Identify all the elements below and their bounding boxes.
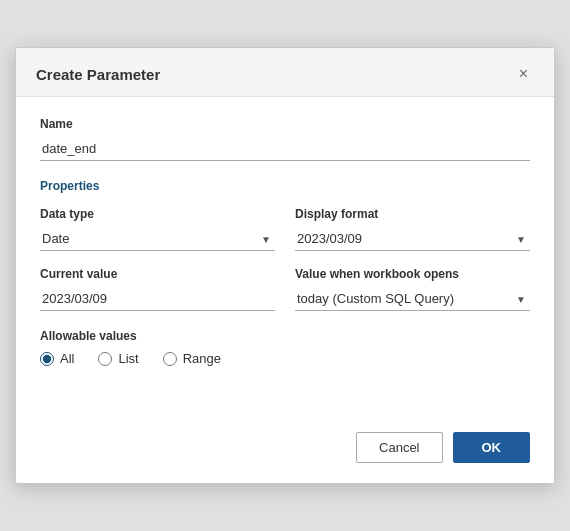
radio-list-item[interactable]: List [98, 351, 138, 366]
close-button[interactable]: × [513, 64, 534, 84]
radio-all-label: All [60, 351, 74, 366]
create-parameter-dialog: Create Parameter × Name Properties Data … [15, 47, 555, 484]
radio-range-label: Range [183, 351, 221, 366]
name-label: Name [40, 117, 530, 131]
allowable-values-label: Allowable values [40, 329, 530, 343]
data-type-group: Data type Date ▼ [40, 207, 275, 251]
current-value-when-row: Current value Value when workbook opens … [40, 267, 530, 311]
value-when-select[interactable]: today (Custom SQL Query) [295, 287, 530, 311]
ok-button[interactable]: OK [453, 432, 531, 463]
radio-list-input[interactable] [98, 352, 112, 366]
name-field-group: Name [40, 117, 530, 161]
display-format-select-wrapper: 2023/03/09 ▼ [295, 227, 530, 251]
dialog-body: Name Properties Data type Date ▼ Display… [16, 97, 554, 386]
radio-all-input[interactable] [40, 352, 54, 366]
dialog-header: Create Parameter × [16, 48, 554, 97]
data-type-label: Data type [40, 207, 275, 221]
data-type-select[interactable]: Date [40, 227, 275, 251]
cancel-button[interactable]: Cancel [356, 432, 442, 463]
current-value-group: Current value [40, 267, 275, 311]
data-type-display-format-row: Data type Date ▼ Display format 2023/03/… [40, 207, 530, 251]
name-input[interactable] [40, 137, 530, 161]
dialog-title: Create Parameter [36, 66, 160, 83]
radio-all-item[interactable]: All [40, 351, 74, 366]
dialog-overlay: Create Parameter × Name Properties Data … [0, 0, 570, 531]
current-value-label: Current value [40, 267, 275, 281]
value-when-group: Value when workbook opens today (Custom … [295, 267, 530, 311]
dialog-footer: Cancel OK [16, 416, 554, 483]
current-value-input[interactable] [40, 287, 275, 311]
radio-range-input[interactable] [163, 352, 177, 366]
value-when-select-wrapper: today (Custom SQL Query) ▼ [295, 287, 530, 311]
allowable-radio-group: All List Range [40, 351, 530, 366]
value-when-label: Value when workbook opens [295, 267, 530, 281]
radio-range-item[interactable]: Range [163, 351, 221, 366]
display-format-select[interactable]: 2023/03/09 [295, 227, 530, 251]
display-format-group: Display format 2023/03/09 ▼ [295, 207, 530, 251]
radio-list-label: List [118, 351, 138, 366]
display-format-label: Display format [295, 207, 530, 221]
allowable-values-section: Allowable values All List Range [40, 329, 530, 366]
properties-section-title: Properties [40, 179, 530, 193]
data-type-select-wrapper: Date ▼ [40, 227, 275, 251]
